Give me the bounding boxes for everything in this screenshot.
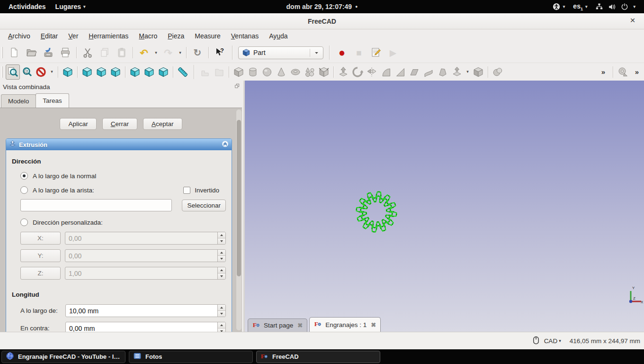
clock-menu[interactable]: dom abr 29, 12:07:49 ● [286, 3, 358, 10]
part-boolean-button[interactable] [491, 64, 505, 80]
open-file-button[interactable] [23, 45, 40, 61]
part-extrude-button[interactable] [336, 64, 350, 80]
taskbar-browser-window[interactable]: Engranaje FreeCAD - YouTube - Ic... [1, 351, 125, 363]
radio-custom-direction[interactable]: Dirección personalizada: [12, 218, 226, 226]
macro-play-button[interactable]: ▶ [385, 45, 402, 61]
menu-macro[interactable]: Macro [134, 32, 162, 40]
spin-down-button[interactable] [218, 328, 225, 332]
menu-ver[interactable]: Ver [63, 32, 83, 40]
view-left-button[interactable] [156, 64, 170, 80]
part-ruled-surface-button[interactable] [421, 64, 436, 80]
spin-down-button[interactable] [218, 255, 225, 262]
view-bottom-button[interactable] [142, 64, 156, 80]
part-revolve-button[interactable] [350, 64, 365, 80]
fit-all-button[interactable] [6, 64, 20, 80]
menu-ayuda[interactable]: Ayuda [264, 32, 293, 40]
chevron-down-icon[interactable] [310, 49, 320, 57]
measure-ruler-button[interactable] [176, 64, 190, 80]
spin-up-button[interactable] [218, 232, 225, 238]
menu-measure[interactable]: Measure [189, 32, 225, 40]
part-cone-button[interactable] [274, 64, 288, 80]
workbench-selector[interactable]: Part [238, 46, 323, 59]
z-direction-button[interactable]: Z: [20, 267, 61, 280]
spin-up-button[interactable] [218, 267, 225, 273]
system-menu[interactable]: ▾ [593, 0, 637, 13]
invert-checkbox[interactable]: Invertido [183, 187, 219, 194]
menu-editar[interactable]: Editar [36, 32, 63, 40]
part-thickness-button[interactable] [471, 64, 485, 80]
toolbar-handle[interactable] [1, 66, 3, 78]
radio-along-edge[interactable]: A lo largo de la arista: [20, 186, 94, 194]
toolbar-handle[interactable] [1, 47, 3, 58]
spin-up-button[interactable] [218, 250, 225, 255]
y-direction-button[interactable]: Y: [20, 249, 61, 262]
x-direction-spinbox[interactable]: 0,00 [65, 232, 226, 245]
tab-engranajes[interactable]: F Engranajes : 1 ✖ [309, 317, 381, 332]
taskbar-freecad-window[interactable]: F FreeCAD [256, 351, 380, 363]
draw-style-dropdown[interactable]: ▾ [48, 64, 55, 80]
part-box-button[interactable] [232, 64, 246, 80]
z-direction-spinbox[interactable]: 1,00 [65, 267, 226, 280]
window-close-button[interactable]: × [627, 15, 638, 26]
cut-button[interactable] [79, 45, 96, 61]
overflow-button[interactable]: » [630, 64, 644, 80]
keyboard-layout-menu[interactable]: es1 ▾ [571, 0, 589, 13]
redo-button[interactable]: ↷ [160, 45, 177, 61]
tab-modelo[interactable]: Modelo [1, 94, 36, 108]
whatsthis-button[interactable]: ? [211, 45, 228, 61]
places-menu[interactable]: Lugares ▾ [51, 0, 90, 13]
panel-scrollbar[interactable] [236, 109, 242, 330]
offset-dropdown[interactable]: ▾ [464, 64, 471, 80]
part-makeface-button[interactable] [407, 64, 421, 80]
length-along-spinbox[interactable]: 10,00 mm [65, 304, 226, 317]
x-direction-button[interactable]: X: [20, 232, 61, 245]
view-axonometric-button[interactable] [61, 64, 75, 80]
3d-viewport[interactable]: Y Z X F Start page ✖ F Engranajes : 1 ✖ [245, 81, 644, 332]
save-file-button[interactable] [40, 45, 57, 61]
part-shapebuilder-button[interactable] [303, 64, 317, 80]
accessibility-menu[interactable]: ▾ [550, 0, 567, 13]
menu-herramientas[interactable]: Herramientas [83, 32, 134, 40]
macro-stop-button[interactable]: ■ [350, 45, 367, 61]
tab-start-page[interactable]: F Start page ✖ [248, 318, 307, 332]
part-chamfer-button[interactable] [393, 64, 407, 80]
part-fillet-button[interactable] [379, 64, 393, 80]
spin-up-button[interactable] [218, 322, 225, 328]
view-right-button[interactable] [108, 64, 123, 80]
close-tab-icon[interactable]: ✖ [296, 322, 303, 329]
edge-input[interactable] [20, 199, 172, 211]
measure-tape-button[interactable] [616, 64, 630, 80]
float-panel-icon[interactable] [234, 83, 241, 91]
aceptar-button[interactable]: Aceptar [143, 118, 182, 130]
collapse-icon[interactable] [222, 140, 229, 149]
fit-selection-button[interactable] [20, 64, 34, 80]
part-group-button[interactable] [212, 64, 226, 80]
menu-pieza[interactable]: Pieza [162, 32, 189, 40]
y-direction-spinbox[interactable]: 0,00 [65, 249, 226, 262]
part-sphere-button[interactable] [260, 64, 274, 80]
radio-along-normal[interactable]: A lo largo de la normal [12, 172, 226, 180]
print-button[interactable] [57, 45, 74, 61]
cerrar-button[interactable]: Cerrar [102, 118, 137, 130]
aplicar-button[interactable]: Aplicar [60, 118, 96, 130]
undo-button[interactable]: ↶ [135, 45, 152, 61]
redo-dropdown[interactable]: ▾ [177, 45, 184, 61]
new-file-button[interactable] [6, 45, 23, 61]
macro-record-button[interactable]: ● [333, 45, 350, 61]
close-tab-icon[interactable]: ✖ [370, 321, 376, 328]
view-top-button[interactable] [94, 64, 108, 80]
overflow-button[interactable]: » [596, 64, 610, 80]
paste-button[interactable] [113, 45, 130, 61]
select-edge-button[interactable]: Seleccionar [182, 200, 226, 211]
length-against-spinbox[interactable]: 0,00 mm [65, 322, 226, 332]
scrollbar-thumb[interactable] [237, 120, 241, 276]
part-cylinder-button[interactable] [246, 64, 260, 80]
draw-style-button[interactable] [34, 64, 48, 80]
spin-down-button[interactable] [218, 273, 225, 279]
part-primitives-button[interactable] [317, 64, 331, 80]
spin-down-button[interactable] [218, 238, 225, 244]
extrusion-header[interactable]: Extrusión [6, 139, 232, 150]
taskbar-fotos-window[interactable]: Fotos [129, 351, 253, 363]
macro-edit-button[interactable] [367, 45, 385, 61]
copy-button[interactable] [96, 45, 113, 61]
